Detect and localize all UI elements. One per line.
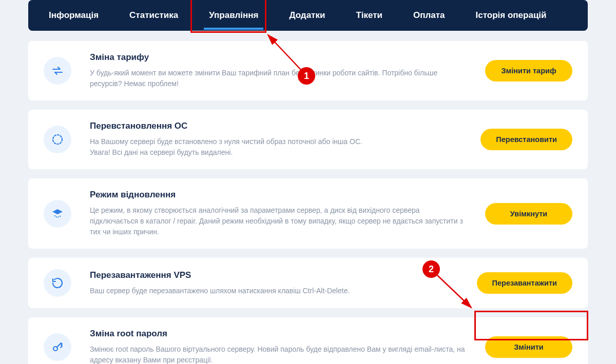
- reboot-button[interactable]: Перезавантажити: [477, 272, 572, 294]
- reboot-icon: [44, 269, 71, 297]
- card-desc: Це режим, в якому створюється аналогічни…: [90, 205, 467, 237]
- card-title: Зміна тарифу: [90, 52, 467, 63]
- tab-management[interactable]: Управління: [204, 1, 263, 30]
- recovery-icon: [44, 200, 71, 228]
- card-title: Зміна root пароля: [90, 329, 467, 339]
- key-icon: [44, 333, 71, 361]
- tab-payment[interactable]: Оплата: [408, 1, 450, 30]
- cards-container: Зміна тарифу У будь-який момент ви может…: [0, 31, 616, 364]
- change-password-button[interactable]: Змінити: [485, 336, 572, 358]
- card-desc: На Вашому сервері буде встановлено з нул…: [90, 136, 462, 158]
- card-body: Перезавантаження VPS Ваш сервер буде пер…: [90, 270, 458, 296]
- card-body: Перевстановлення ОС На Вашому сервері бу…: [90, 121, 462, 158]
- change-tariff-button[interactable]: Змінити тариф: [485, 60, 572, 82]
- card-change-root-password: Зміна root пароля Змінює root пароль Ваш…: [28, 317, 588, 364]
- card-title: Режим відновлення: [90, 190, 467, 200]
- card-body: Зміна root пароля Змінює root пароль Ваш…: [90, 329, 467, 364]
- card-body: Зміна тарифу У будь-який момент ви может…: [90, 52, 467, 89]
- card-recovery-mode: Режим відновлення Це режим, в якому ство…: [28, 178, 588, 249]
- svg-point-0: [53, 135, 62, 144]
- card-reinstall-os: Перевстановлення ОС На Вашому сервері бу…: [28, 110, 588, 169]
- card-title: Перезавантаження VPS: [90, 270, 458, 280]
- card-desc: Ваш сервер буде перезавантажено шляхом н…: [90, 286, 458, 296]
- tab-tickets[interactable]: Тікети: [351, 1, 388, 30]
- card-desc: Змінює root пароль Вашого віртуального с…: [90, 344, 467, 364]
- card-desc: У будь-який момент ви можете змінити Ваш…: [90, 68, 467, 89]
- enable-recovery-button[interactable]: Увімкнути: [485, 203, 572, 225]
- swap-icon: [44, 57, 71, 85]
- card-title: Перевстановлення ОС: [90, 121, 462, 131]
- card-change-tariff: Зміна тарифу У будь-який момент ви может…: [28, 41, 588, 100]
- reinstall-button[interactable]: Перевстановити: [480, 129, 572, 150]
- reinstall-icon: [44, 126, 71, 153]
- tab-addons[interactable]: Додатки: [284, 1, 330, 30]
- tab-history[interactable]: Історія операцій: [471, 1, 552, 30]
- card-reboot-vps: Перезавантаження VPS Ваш сервер буде пер…: [28, 258, 588, 308]
- tab-info[interactable]: Інформація: [44, 1, 104, 30]
- tab-stats[interactable]: Статистика: [124, 1, 183, 30]
- tabs-bar: Інформація Статистика Управління Додатки…: [28, 0, 588, 31]
- card-body: Режим відновлення Це режим, в якому ство…: [90, 190, 467, 237]
